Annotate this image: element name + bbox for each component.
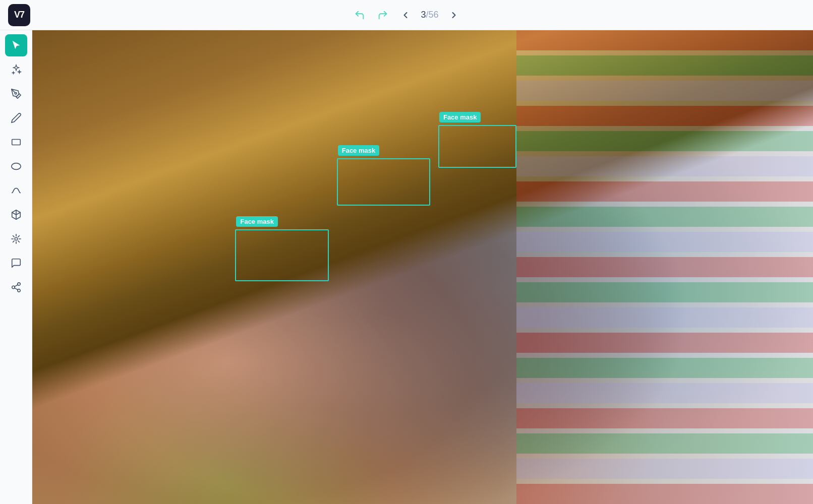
- polyline-icon: [11, 185, 22, 196]
- ai-annotate-button[interactable]: [5, 58, 27, 81]
- undo-button[interactable]: [352, 8, 367, 23]
- keypoint-tool-button[interactable]: [5, 228, 27, 250]
- ai-sparkle-icon: [11, 64, 22, 75]
- canvas-area[interactable]: Face mask Face mask Face mask: [32, 30, 813, 504]
- select-tool-button[interactable]: [5, 34, 27, 56]
- comment-tool-button[interactable]: [5, 252, 27, 274]
- svg-point-2: [11, 163, 20, 170]
- connect-icon: [11, 282, 22, 293]
- ellipse-tool-button[interactable]: [5, 155, 27, 177]
- chevron-left-icon: [400, 10, 411, 20]
- current-page: 3: [421, 10, 426, 20]
- header: V7 3/56: [0, 0, 813, 30]
- connect-tool-button[interactable]: [5, 276, 27, 298]
- rectangle-icon: [11, 137, 22, 148]
- keypoint-icon: [11, 233, 22, 244]
- navigation-controls: 3/56: [352, 8, 460, 23]
- tool-sidebar: [0, 30, 32, 504]
- undo-icon: [354, 10, 365, 21]
- ellipse-icon: [11, 161, 22, 172]
- total-pages: 56: [429, 10, 439, 20]
- prev-image-button[interactable]: [398, 8, 413, 22]
- cuboid-tool-button[interactable]: [5, 204, 27, 226]
- shelf-products: [516, 30, 813, 504]
- logo-text: V7: [14, 10, 24, 20]
- comment-icon: [11, 258, 22, 269]
- pen-tool-button[interactable]: [5, 83, 27, 105]
- chevron-right-icon: [449, 10, 459, 20]
- pencil-icon: [11, 112, 22, 123]
- svg-line-7: [14, 288, 17, 290]
- polyline-tool-button[interactable]: [5, 179, 27, 202]
- main-content: Face mask Face mask Face mask: [0, 30, 813, 504]
- cuboid-icon: [11, 209, 22, 220]
- redo-button[interactable]: [375, 8, 390, 23]
- app-logo: V7: [8, 4, 30, 26]
- next-image-button[interactable]: [447, 8, 461, 22]
- pen-icon: [11, 88, 22, 99]
- rectangle-tool-button[interactable]: [5, 131, 27, 153]
- svg-line-8: [14, 285, 17, 287]
- svg-point-3: [15, 237, 18, 240]
- page-indicator: 3/56: [421, 10, 438, 20]
- svg-rect-1: [12, 140, 20, 145]
- redo-icon: [377, 10, 388, 21]
- svg-point-0: [15, 92, 17, 94]
- cursor-icon: [11, 40, 22, 51]
- pencil-tool-button[interactable]: [5, 107, 27, 129]
